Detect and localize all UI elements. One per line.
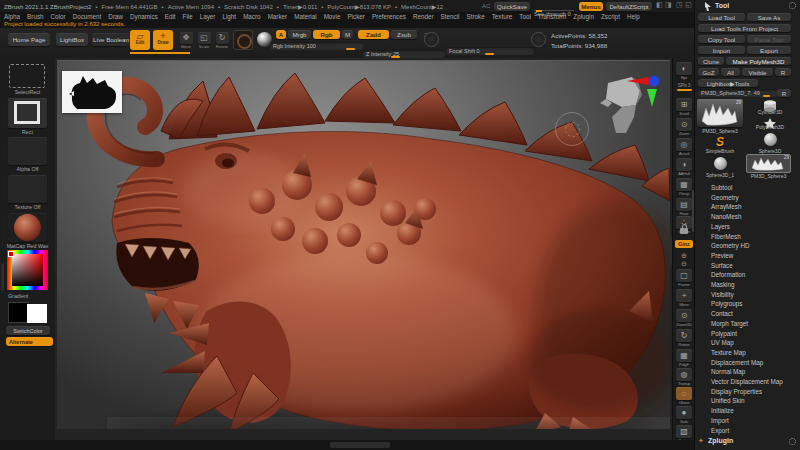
menu-item-layer[interactable]: Layer [200, 13, 216, 20]
polyframe-button[interactable]: ▦PolyF [673, 349, 695, 367]
anchor-chip[interactable]: A [276, 30, 286, 39]
copy-tool-button[interactable]: Copy Tool [698, 35, 745, 43]
menu-item-help[interactable]: Help [627, 13, 640, 20]
zoom-in-icon[interactable]: ⊕ [673, 252, 695, 260]
gyro-ring-widget[interactable] [555, 112, 589, 146]
see-through-slider[interactable]: See-through 0 [534, 2, 574, 11]
tool-section-morph-target[interactable]: Morph Target [696, 320, 788, 329]
zoom3d-button[interactable]: ⊙Zoom3D [673, 309, 695, 327]
menu-item-zscript[interactable]: Zscript [601, 13, 620, 20]
mrgb-button[interactable]: Mrgb [288, 30, 311, 39]
menu-item-marker[interactable]: Marker [268, 13, 288, 20]
tool-section-masking[interactable]: Masking [696, 281, 788, 290]
alternate-button[interactable]: Alternate [6, 337, 53, 346]
rgb-intensity-slider[interactable]: Rgb Intensity 100 [270, 42, 364, 50]
inventory-item-sphere3d[interactable] [749, 132, 791, 148]
gizmo-move-button[interactable]: ✥ Move [178, 32, 194, 49]
alpha-swatch[interactable] [8, 137, 47, 165]
tool-section-deformation[interactable]: Deformation [696, 271, 788, 280]
solo-button[interactable]: ●Solo [673, 406, 695, 424]
tool-section-initialize[interactable]: Initialize [696, 407, 788, 416]
goz-r-button[interactable]: R [775, 68, 791, 76]
switchcolor-button[interactable]: SwitchColor [6, 326, 50, 335]
menu-item-transform[interactable]: Transform [538, 13, 566, 20]
quicksave-button[interactable]: QuickSave [494, 2, 530, 11]
menu-item-brush[interactable]: Brush [27, 13, 43, 20]
draw-button[interactable]: + Draw [153, 30, 173, 50]
rect-stroke-swatch[interactable] [8, 98, 47, 128]
menu-item-dynamics[interactable]: Dynamics [130, 13, 158, 20]
tool-section-import[interactable]: Import [696, 417, 788, 426]
split-window-icon[interactable]: ◱ [685, 1, 692, 9]
menu-item-alpha[interactable]: Alpha [4, 13, 20, 20]
gizmo-rotate-button[interactable]: ↻ Rotate [214, 32, 230, 49]
tool-section-arraymesh[interactable]: ArrayMesh [696, 203, 788, 212]
tool-section-texture-map[interactable]: Texture Map [696, 349, 788, 358]
color-picker[interactable] [7, 250, 48, 290]
menu-item-macro[interactable]: Macro [243, 13, 261, 20]
current-brush-preview[interactable] [233, 30, 253, 50]
secondary-color-swatch[interactable] [27, 304, 47, 323]
tool-section-subtool[interactable]: Subtool [696, 184, 788, 193]
tool-section-uv-map[interactable]: UV Map [696, 339, 788, 348]
menus-button[interactable]: Menus [579, 2, 603, 11]
ginz-button[interactable]: Ginz [673, 240, 695, 248]
save-as-button[interactable]: Save As [747, 13, 791, 21]
goz-button[interactable]: GoZ [698, 68, 719, 76]
tool-section-geometry-hd[interactable]: Geometry HD [696, 242, 788, 251]
active-tool-thumbnail[interactable]: 29 [697, 99, 743, 127]
menu-item-picker[interactable]: Picker [347, 13, 365, 20]
frame-button[interactable]: ▢Frame [673, 269, 695, 287]
panel-scrollbar[interactable] [692, 190, 694, 232]
paste-tool-button[interactable]: Paste Tool [747, 35, 791, 43]
tool-section-displacement-map[interactable]: Displacement Map [696, 359, 788, 368]
menu-item-zplugin[interactable]: Zplugin [573, 13, 594, 20]
goz-visible-button[interactable]: Visible [742, 68, 773, 76]
menu-item-stroke[interactable]: Stroke [466, 13, 484, 20]
inventory-item-sphere3d-1[interactable] [697, 156, 743, 172]
menu-item-material[interactable]: Material [294, 13, 316, 20]
timeline-scrollbar[interactable]: ▲▼ [330, 442, 390, 448]
aahalf-button[interactable]: ◑AAHalf [673, 158, 695, 176]
zsub-button[interactable]: Zsub [391, 30, 417, 39]
selectrect-stroke-swatch[interactable] [9, 64, 45, 88]
tool-r-button[interactable]: R [777, 89, 791, 97]
tool-section-contact[interactable]: Contact [696, 310, 788, 319]
matcap-swatch[interactable] [8, 213, 47, 242]
zoom-out-icon[interactable]: ⊖ [673, 260, 695, 268]
menu-item-edit[interactable]: Edit [165, 13, 176, 20]
edit-button[interactable]: ▱ Edit [130, 30, 150, 50]
menu-item-preferences[interactable]: Preferences [372, 13, 406, 20]
load-tools-from-project-button[interactable]: Load Tools From Project [698, 24, 791, 32]
menu-item-render[interactable]: Render [413, 13, 434, 20]
tool-section-preview[interactable]: Preview [696, 252, 788, 261]
menu-item-movie[interactable]: Movie [324, 13, 341, 20]
load-tool-button[interactable]: Load Tool [698, 13, 745, 21]
gradient-label[interactable]: Gradient [0, 293, 55, 299]
tool-section-vector-displacement-map[interactable]: Vector Displacement Map [696, 378, 788, 387]
tool-section-polygroups[interactable]: Polygroups [696, 300, 788, 309]
canvas-splitter-grip[interactable] [669, 235, 672, 265]
menu-item-stencil[interactable]: Stencil [441, 13, 460, 20]
zplugin-header[interactable]: Zplugin [708, 437, 733, 444]
left-tray-grip[interactable] [1, 263, 4, 291]
scroll-canvas-button[interactable]: ⊞Scroll [673, 98, 695, 116]
move-camera-button[interactable]: +Move [673, 289, 695, 307]
actual-size-button[interactable]: ◎Actual [673, 138, 695, 156]
lightbox-button[interactable]: LightBox [56, 33, 88, 46]
texture-swatch[interactable] [8, 175, 47, 203]
m-button[interactable]: M [342, 30, 353, 39]
sculpt-viewport[interactable] [55, 58, 672, 440]
menu-item-color[interactable]: Color [51, 13, 66, 20]
home-page-button[interactable]: Home Page [8, 33, 50, 46]
tool-section-fibermesh[interactable]: FiberMesh [696, 233, 788, 242]
tool-section-polypaint[interactable]: Polypaint [696, 330, 788, 339]
rgb-button[interactable]: Rgb [313, 30, 340, 39]
make-polymesh3d-button[interactable]: Make PolyMesh3D [726, 57, 791, 65]
menu-item-texture[interactable]: Texture [492, 13, 513, 20]
copy-canvas-icon[interactable]: ◧ [656, 1, 663, 9]
export-tool-button[interactable]: Export [747, 46, 791, 54]
tool-panel-gear-icon[interactable] [789, 2, 796, 9]
transparency-button[interactable]: ◍Transp [673, 368, 695, 386]
main-color-swatch[interactable] [8, 302, 29, 323]
